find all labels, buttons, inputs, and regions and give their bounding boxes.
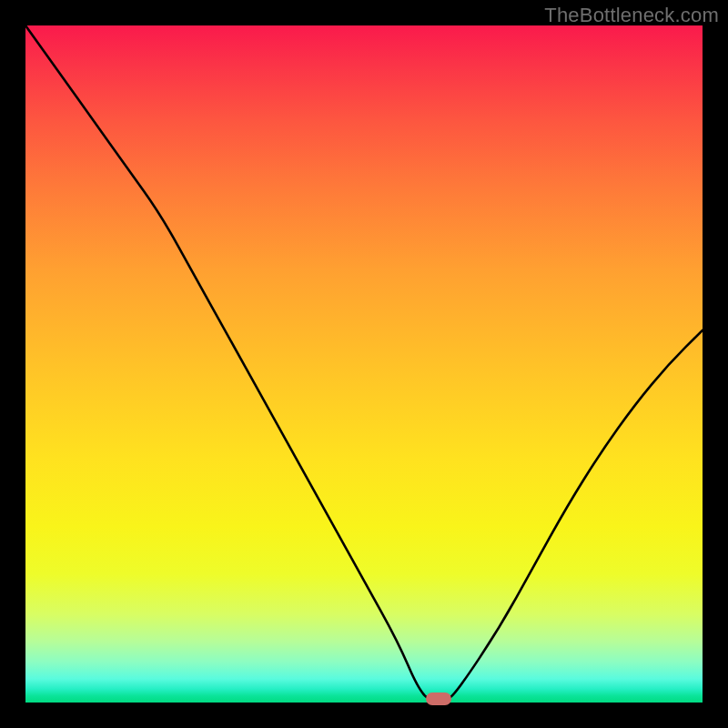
optimum-marker — [426, 693, 451, 705]
chart-frame: TheBottleneck.com — [0, 0, 728, 728]
plot-area — [25, 25, 703, 703]
bottleneck-curve-path — [25, 25, 703, 703]
bottleneck-curve-svg — [25, 25, 703, 703]
watermark-text: TheBottleneck.com — [544, 4, 719, 27]
